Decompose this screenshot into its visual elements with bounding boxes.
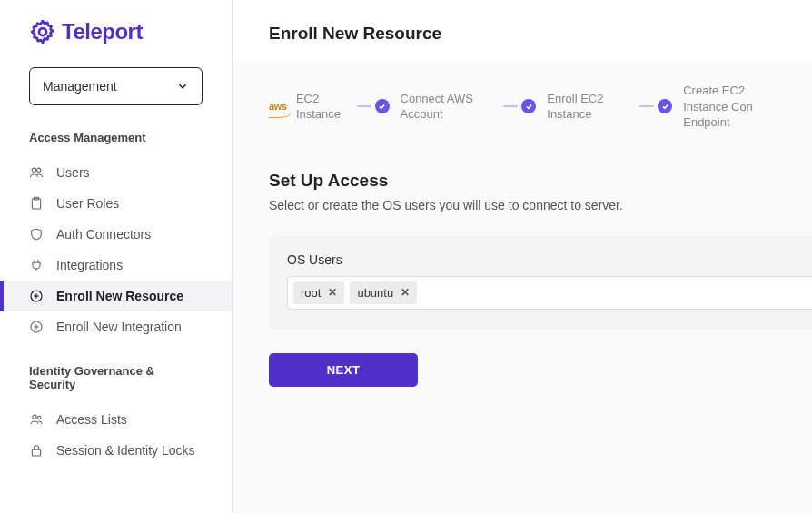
step-label: EC2 Instance bbox=[296, 91, 346, 123]
step-create-ec2-endpoint: Create EC2 Instance Con Endpoint bbox=[683, 83, 776, 131]
check-icon bbox=[658, 99, 672, 113]
svg-point-11 bbox=[33, 415, 36, 419]
plus-circle-icon bbox=[29, 289, 44, 303]
step-connector bbox=[639, 99, 672, 113]
step-connector bbox=[503, 99, 536, 113]
page-title: Enroll New Resource bbox=[269, 24, 776, 44]
plus-circle-icon bbox=[29, 320, 44, 334]
check-icon bbox=[521, 99, 536, 113]
svg-point-0 bbox=[39, 28, 46, 35]
user-group-icon bbox=[29, 412, 44, 427]
main-content: Enroll New Resource aws EC2 Instance Con… bbox=[233, 0, 812, 513]
check-icon bbox=[375, 99, 390, 113]
tag-text: root bbox=[301, 286, 321, 300]
os-users-input[interactable]: root ✕ ubuntu ✕ bbox=[287, 276, 812, 310]
step-label: Enroll EC2 Instance bbox=[547, 91, 629, 123]
sidebar-item-label: Integrations bbox=[56, 258, 123, 272]
sidebar-item-users[interactable]: Users bbox=[0, 157, 232, 188]
setup-subtitle: Select or create the OS users you will u… bbox=[269, 198, 776, 212]
sidebar-item-enroll-new-resource[interactable]: Enroll New Resource bbox=[0, 281, 232, 311]
plug-icon bbox=[29, 258, 44, 272]
sidebar-item-auth-connectors[interactable]: Auth Connectors bbox=[0, 219, 232, 250]
step-ec2-instance: aws EC2 Instance bbox=[269, 91, 346, 123]
sidebar-item-label: Access Lists bbox=[56, 412, 127, 427]
section-access-label: Access Management bbox=[0, 131, 232, 157]
sidebar-item-label: Users bbox=[56, 165, 90, 180]
sidebar-item-integrations[interactable]: Integrations bbox=[0, 250, 232, 281]
teleport-gear-icon bbox=[29, 18, 56, 45]
aws-icon: aws bbox=[269, 100, 287, 113]
sidebar-item-access-lists[interactable]: Access Lists bbox=[0, 404, 232, 435]
remove-tag-icon[interactable]: ✕ bbox=[328, 286, 337, 299]
step-label: Create EC2 Instance Con Endpoint bbox=[683, 83, 776, 131]
sidebar-item-label: Session & Identity Locks bbox=[56, 443, 195, 458]
setup-title: Set Up Access bbox=[269, 171, 776, 191]
sidebar-item-label: User Roles bbox=[56, 196, 119, 211]
step-connect-aws-account: Connect AWS Account bbox=[401, 91, 493, 123]
page-header: Enroll New Resource bbox=[233, 0, 812, 64]
os-user-tag-root: root ✕ bbox=[293, 281, 344, 304]
os-user-tag-ubuntu: ubuntu ✕ bbox=[350, 281, 417, 304]
svg-point-12 bbox=[38, 416, 41, 419]
brand-logo: Teleport bbox=[0, 18, 232, 67]
chevron-down-icon bbox=[176, 80, 189, 93]
step-enroll-ec2-instance: Enroll EC2 Instance bbox=[547, 91, 629, 123]
step-label: Connect AWS Account bbox=[401, 91, 493, 123]
step-connector bbox=[357, 99, 390, 113]
sidebar-item-label: Enroll New Integration bbox=[56, 320, 182, 334]
scope-dropdown[interactable]: Management bbox=[29, 67, 203, 105]
sidebar-item-label: Auth Connectors bbox=[56, 227, 151, 242]
sidebar: Teleport Management Access Management Us… bbox=[0, 0, 233, 513]
sidebar-item-session-identity-locks[interactable]: Session & Identity Locks bbox=[0, 435, 232, 466]
next-button[interactable]: NEXT bbox=[269, 353, 418, 387]
shield-icon bbox=[29, 227, 44, 242]
sidebar-item-enroll-new-integration[interactable]: Enroll New Integration bbox=[0, 311, 232, 342]
clipboard-icon bbox=[29, 196, 44, 211]
tag-text: ubuntu bbox=[357, 286, 393, 300]
wizard-steps: aws EC2 Instance Connect AWS Account Enr… bbox=[233, 64, 812, 131]
setup-access-section: Set Up Access Select or create the OS us… bbox=[233, 131, 812, 387]
os-users-card: OS Users root ✕ ubuntu ✕ bbox=[269, 236, 812, 330]
section-igs-label: Identity Governance & Security bbox=[0, 364, 232, 404]
svg-point-2 bbox=[36, 168, 40, 172]
svg-point-1 bbox=[32, 168, 35, 172]
users-icon bbox=[29, 165, 44, 180]
sidebar-item-user-roles[interactable]: User Roles bbox=[0, 188, 232, 219]
sidebar-item-label: Enroll New Resource bbox=[56, 289, 183, 303]
os-users-label: OS Users bbox=[287, 252, 794, 267]
lock-icon bbox=[29, 443, 44, 458]
svg-rect-13 bbox=[32, 449, 40, 456]
remove-tag-icon[interactable]: ✕ bbox=[401, 286, 410, 299]
scope-dropdown-label: Management bbox=[43, 79, 117, 94]
brand-name: Teleport bbox=[62, 19, 143, 44]
